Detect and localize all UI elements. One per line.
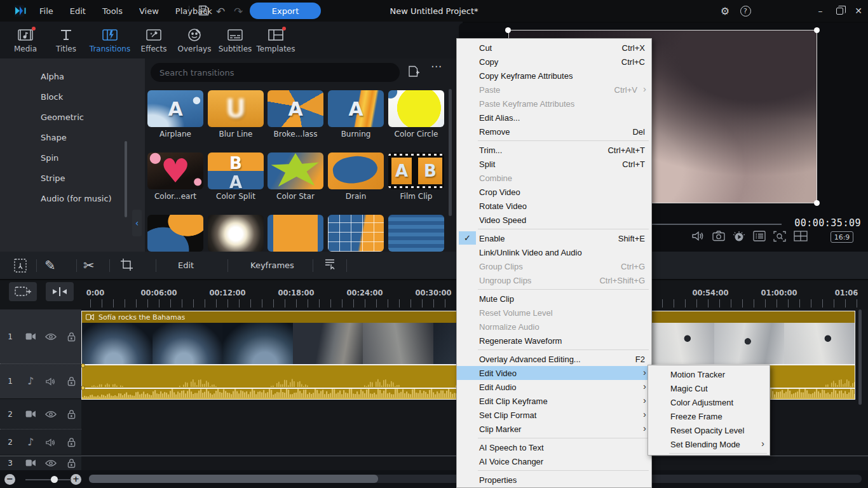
restore-button[interactable] — [830, 0, 849, 22]
tab-titles[interactable]: Titles — [46, 22, 86, 58]
menu-item-split[interactable]: SplitCtrl+T — [457, 157, 651, 171]
transition-blur-line[interactable]: U — [208, 90, 264, 127]
menu-item-motion-tracker[interactable]: Motion Tracker — [648, 367, 770, 381]
category-scrollbar[interactable] — [125, 141, 127, 217]
search-input[interactable] — [151, 63, 400, 82]
menu-item-normalize-audio[interactable]: Normalize Audio — [457, 320, 651, 334]
menu-item-trim[interactable]: Trim...Ctrl+Alt+T — [457, 143, 651, 157]
menu-item-ungroup-clips[interactable]: Ungroup ClipsCtrl+Shift+G — [457, 273, 651, 287]
undo-icon[interactable]: ↶ — [216, 5, 225, 18]
category-shape[interactable]: Shape — [0, 128, 145, 148]
transition-partial-flash[interactable] — [208, 215, 264, 252]
music-note-icon[interactable]: ♪ — [20, 437, 41, 447]
category-alpha[interactable]: Alpha — [0, 67, 145, 87]
lock-icon[interactable] — [61, 376, 81, 386]
transition-partial-wave[interactable] — [388, 215, 444, 252]
add-folder-icon[interactable] — [407, 65, 421, 78]
transition-color-eart[interactable]: ♥ — [147, 152, 203, 189]
split-scissors-icon[interactable]: ✂ — [83, 258, 95, 273]
transition-color-star[interactable] — [268, 152, 323, 189]
menu-item-reset-opacity-level[interactable]: Reset Opacity Level — [648, 423, 770, 437]
help-icon[interactable]: ? — [736, 0, 755, 22]
menu-item-color-adjustment[interactable]: Color Adjustment — [648, 395, 770, 409]
menu-view[interactable]: View — [139, 6, 159, 16]
menu-item-freeze-frame[interactable]: Freeze Frame — [648, 409, 770, 423]
close-button[interactable]: ✕ — [849, 0, 868, 22]
tab-media[interactable]: Media — [5, 22, 46, 58]
keyframes-mode-button[interactable]: Keyframes — [250, 261, 294, 270]
menu-item-properties[interactable]: Properties — [457, 473, 651, 487]
category-stripe[interactable]: Stripe — [0, 168, 145, 189]
menu-item-clip-marker[interactable]: Clip Marker› — [457, 422, 651, 436]
visibility-eye-icon[interactable] — [41, 459, 61, 467]
menu-item-magic-cut[interactable]: Magic Cut — [648, 381, 770, 395]
camera-icon[interactable] — [20, 332, 41, 341]
menu-item-video-speed[interactable]: Video Speed — [457, 213, 651, 227]
menu-item-rotate-video[interactable]: Rotate Video — [457, 199, 651, 213]
menu-item-paste-keyframe-attributes[interactable]: Paste Keyframe Attributes — [457, 97, 651, 111]
menu-item-ai-speech-to-text[interactable]: AI Speech to Text — [457, 440, 651, 454]
add-marker-button[interactable] — [9, 282, 37, 301]
clip-list-icon[interactable] — [323, 258, 336, 271]
transition-color-circle[interactable] — [388, 90, 444, 127]
zoom-slider-thumb[interactable] — [51, 476, 58, 483]
keyframe-dot[interactable] — [81, 386, 85, 390]
multiview-icon[interactable] — [794, 231, 808, 241]
selection-handle[interactable] — [814, 200, 820, 206]
category-spin[interactable]: Spin — [0, 148, 145, 168]
edit-mode-button[interactable]: Edit — [178, 261, 194, 270]
lock-icon[interactable] — [61, 437, 81, 447]
menu-item-link-unlink-video-and-audio[interactable]: Link/Unlink Video and Audio — [457, 245, 651, 259]
snap-toggle-button[interactable] — [46, 282, 74, 301]
menu-item-edit-clip-keyframe[interactable]: Edit Clip Keyframe› — [457, 394, 651, 408]
menu-item-cut[interactable]: CutCtrl+X — [457, 41, 651, 55]
lock-icon[interactable] — [61, 409, 81, 419]
transition-burning[interactable]: A — [328, 90, 384, 127]
select-tool-icon[interactable] — [13, 258, 28, 273]
category-audio-for-music[interactable]: Audio (for music) — [0, 189, 145, 209]
playback-speed-icon[interactable] — [733, 231, 745, 242]
transition-color-split[interactable]: BA — [208, 152, 264, 189]
transition-broke-lass[interactable]: A — [268, 90, 323, 127]
transition-partial-aba[interactable] — [268, 215, 323, 252]
export-button[interactable]: Export — [250, 3, 321, 19]
menu-item-ai-voice-changer[interactable]: AI Voice Changer — [457, 454, 651, 468]
selection-handle[interactable] — [814, 27, 820, 33]
menu-item-edit-alias[interactable]: Edit Alias... — [457, 111, 651, 125]
transition-film-clip[interactable]: AB — [388, 152, 444, 189]
crop-tool-icon[interactable] — [120, 258, 133, 271]
camera-icon[interactable] — [20, 459, 41, 467]
camera-icon[interactable] — [20, 410, 41, 418]
minimize-button[interactable]: – — [811, 0, 830, 22]
visibility-eye-icon[interactable] — [41, 410, 61, 418]
menu-item-enable[interactable]: ✓EnableShift+E — [457, 231, 651, 245]
transition-airplane[interactable]: A — [147, 90, 203, 127]
save-icon[interactable] — [198, 5, 209, 16]
zoom-out-button[interactable]: − — [4, 474, 15, 485]
menu-item-paste[interactable]: PasteCtrl+V› — [457, 83, 651, 97]
chapter-list-icon[interactable] — [753, 231, 766, 241]
menu-item-edit-audio[interactable]: Edit Audio› — [457, 380, 651, 394]
tab-subtitles[interactable]: Subtitles — [215, 22, 255, 58]
transition-partial-swirl[interactable] — [147, 215, 203, 252]
pen-tool-icon[interactable]: ✎ — [44, 258, 56, 273]
lock-icon[interactable] — [61, 332, 81, 342]
menu-item-reset-volume-level[interactable]: Reset Volume Level — [457, 306, 651, 320]
transition-drain[interactable] — [328, 152, 384, 189]
menu-item-crop-video[interactable]: Crop Video — [457, 185, 651, 199]
zoom-preview-icon[interactable] — [773, 231, 786, 242]
mute-speaker-icon[interactable] — [692, 231, 705, 241]
menu-tools[interactable]: Tools — [102, 6, 123, 16]
redo-icon[interactable]: ↷ — [234, 5, 243, 18]
menu-file[interactable]: File — [39, 6, 53, 16]
collapse-panel-button[interactable]: ‹ — [132, 210, 142, 236]
zoom-in-button[interactable]: + — [71, 474, 81, 485]
menu-item-remove[interactable]: RemoveDel — [457, 125, 651, 139]
timeline-hscrollbar-thumb[interactable] — [89, 475, 378, 483]
selection-handle[interactable] — [505, 27, 511, 33]
menu-item-combine[interactable]: Combine — [457, 171, 651, 185]
menu-item-regenerate-waveform[interactable]: Regenerate Waveform — [457, 334, 651, 348]
transition-partial-grid[interactable] — [328, 215, 384, 252]
tab-overlays[interactable]: Overlays — [174, 22, 215, 58]
settings-gear-icon[interactable]: ⚙ — [715, 0, 735, 22]
